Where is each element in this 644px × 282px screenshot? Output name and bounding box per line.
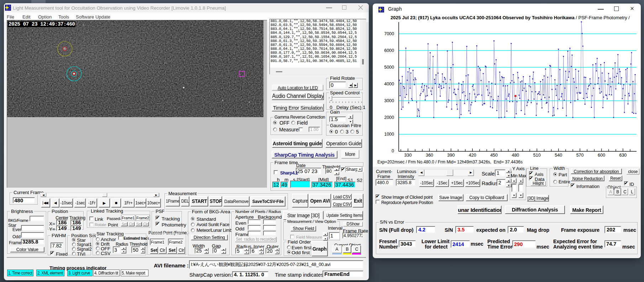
- svg-text:3000: 3000: [384, 98, 394, 103]
- svg-text:330: 330: [404, 153, 412, 158]
- svg-text:0: 0: [392, 148, 394, 153]
- svg-text:630: 630: [619, 153, 627, 158]
- svg-text:570: 570: [576, 153, 584, 158]
- svg-text:6000: 6000: [384, 48, 394, 53]
- svg-text:480: 480: [512, 153, 519, 158]
- svg-text:1000: 1000: [384, 132, 394, 137]
- svg-text:390: 390: [447, 153, 455, 158]
- svg-text:420: 420: [469, 153, 476, 158]
- svg-text:2000: 2000: [384, 115, 394, 120]
- svg-text:540: 540: [555, 153, 562, 158]
- svg-text:600: 600: [598, 153, 605, 158]
- svg-text:7000: 7000: [384, 31, 394, 36]
- svg-text:4000: 4000: [384, 82, 394, 87]
- svg-text:510: 510: [533, 153, 541, 158]
- svg-text:5000: 5000: [384, 65, 394, 70]
- svg-text:360: 360: [426, 153, 433, 158]
- svg-text:450: 450: [490, 153, 498, 158]
